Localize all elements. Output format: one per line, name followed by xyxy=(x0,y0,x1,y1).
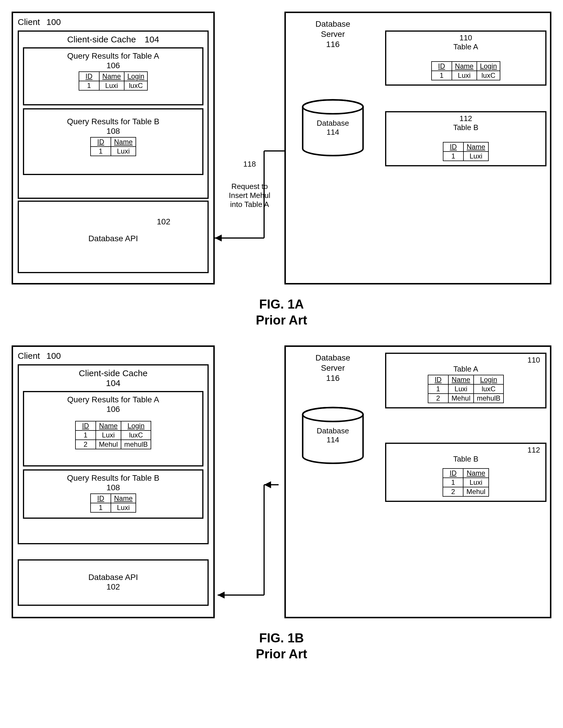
table-cell: Mehul xyxy=(463,487,488,496)
qa-title-b: Query Results for Table A xyxy=(26,394,200,405)
ta-table-b: IDNameLogin1LuxiluxC2MehulmehulB xyxy=(428,375,504,403)
request-text-1: Request to xyxy=(231,182,268,191)
request-num: 118 xyxy=(243,160,256,169)
table-cell: luxC xyxy=(121,430,151,440)
qb-table-b: IDName1Luxi xyxy=(90,493,136,513)
cache-num: 104 xyxy=(145,35,159,44)
figure-caption-a: FIG. 1A Prior Art xyxy=(12,296,551,328)
request-text-3: into Table A xyxy=(230,200,269,209)
tb-name: Table B xyxy=(389,123,542,132)
table-header: ID xyxy=(432,62,452,71)
table-cell: mehulB xyxy=(121,440,151,449)
cache-title: Client-side Cache xyxy=(67,35,136,44)
table-header: Name xyxy=(111,137,136,147)
api-title-b: Database API xyxy=(88,572,138,582)
client-title-b: Client xyxy=(18,351,40,361)
tb-table-b: IDName1Luxi2Mehul xyxy=(443,468,489,497)
table-row: 1LuxiluxC xyxy=(432,71,500,80)
srv-title1-b: Database xyxy=(315,353,350,362)
qa-num-b: 106 xyxy=(26,405,200,414)
figure-caption-b: FIG. 1B Prior Art xyxy=(12,630,551,662)
query-results-a-box: Query Results for Table A 106 IDNameLogi… xyxy=(23,47,203,105)
table-cell: Luxi xyxy=(463,152,488,161)
table-header: Login xyxy=(124,72,148,81)
qa-num: 106 xyxy=(26,61,200,70)
server-table-a-box-b: 110 Table A IDNameLogin1LuxiluxC2Mehulme… xyxy=(385,353,546,408)
gap-col-b xyxy=(223,345,276,424)
qb-title: Query Results for Table B xyxy=(26,116,200,127)
svg-marker-16 xyxy=(264,481,271,488)
db-num-b: 114 xyxy=(326,435,339,444)
db-title-b: Database xyxy=(317,426,349,435)
figure-1b: Client 100 Client-side Cache 104 Query R… xyxy=(12,345,551,662)
table-cell: mehulB xyxy=(474,394,504,403)
table-header: ID xyxy=(443,142,463,152)
table-cell: Mehul xyxy=(96,440,121,449)
table-row: 1LuxiluxC xyxy=(79,81,148,90)
table-cell: 1 xyxy=(443,152,463,161)
qb-title-b: Query Results for Table B xyxy=(26,473,200,483)
table-cell: 1 xyxy=(428,384,448,394)
client-num: 100 xyxy=(46,17,61,27)
cache-title-b: Client-side Cache xyxy=(79,368,148,378)
table-row: 1Luxi xyxy=(91,503,136,512)
table-cell: 1 xyxy=(91,503,111,512)
srv-title2: Server xyxy=(321,30,345,39)
qa-title: Query Results for Table A xyxy=(26,51,200,61)
table-header: Name xyxy=(111,494,136,503)
client-panel-b: Client 100 Client-side Cache 104 Query R… xyxy=(12,345,215,618)
qb-num: 108 xyxy=(26,127,200,136)
query-results-b-box: Query Results for Table B 108 IDName1Lux… xyxy=(23,108,203,175)
server-panel-b: Database Server 116 Database 11 xyxy=(284,345,551,618)
fig-b-cap1: FIG. 1B xyxy=(259,631,304,645)
db-title: Database xyxy=(317,119,349,128)
request-label-col: 118 Request to Insert Mehul into Table A xyxy=(223,12,276,209)
srv-num: 116 xyxy=(326,40,340,49)
client-num-b: 100 xyxy=(46,351,61,361)
table-header: Name xyxy=(452,62,477,71)
ta-name: Table A xyxy=(389,42,542,51)
table-cell: Luxi xyxy=(96,430,121,440)
query-results-b-box-b: Query Results for Table B 108 IDName1Lux… xyxy=(23,469,203,519)
table-cell: 1 xyxy=(432,71,452,80)
srv-title1: Database xyxy=(315,19,350,28)
table-row: 1LuxiluxC xyxy=(428,384,504,394)
fig-a-cap1: FIG. 1A xyxy=(259,297,304,311)
table-header: Name xyxy=(448,375,474,384)
table-header: Login xyxy=(474,375,504,384)
table-cell: 1 xyxy=(443,478,463,487)
qa-table: IDNameLogin1LuxiluxC xyxy=(79,71,148,91)
api-num: 102 xyxy=(157,217,205,226)
table-header: ID xyxy=(91,137,111,147)
tb-name-b: Table B xyxy=(389,455,542,464)
table-row: 2MehulmehulB xyxy=(75,440,151,449)
ta-name-b: Table A xyxy=(389,365,542,374)
table-cell: Luxi xyxy=(111,503,136,512)
table-header: Name xyxy=(99,72,124,81)
table-cell: Luxi xyxy=(111,147,136,156)
table-cell: Luxi xyxy=(99,81,124,90)
table-header: ID xyxy=(91,494,111,503)
table-row: 1Luxi xyxy=(443,478,488,487)
table-row: 1LuxiluxC xyxy=(75,430,151,440)
request-text-2: Insert Mehul xyxy=(229,191,270,200)
api-num-b: 102 xyxy=(107,582,120,592)
table-header: Login xyxy=(121,421,151,430)
client-panel-a: Client 100 Client-side Cache 104 Query R… xyxy=(12,12,215,284)
svg-marker-13 xyxy=(218,592,225,599)
client-title: Client xyxy=(18,17,40,27)
table-row: 2Mehul xyxy=(443,487,488,496)
qb-num-b: 108 xyxy=(26,483,200,492)
qa-table-b: IDNameLogin1LuxiluxC2MehulmehulB xyxy=(75,421,151,449)
table-cell: luxC xyxy=(474,384,504,394)
tb-table: IDName1Luxi xyxy=(443,142,489,161)
fig-b-cap2: Prior Art xyxy=(256,647,307,661)
svg-marker-1 xyxy=(215,235,222,242)
cache-num-b: 104 xyxy=(106,378,120,388)
client-cache-box-b: Client-side Cache 104 Query Results for … xyxy=(18,364,209,544)
table-header: Name xyxy=(463,468,488,478)
qb-table: IDName1Luxi xyxy=(90,137,136,156)
tb-num-b: 112 xyxy=(528,446,540,455)
database-api-box-b: Database API 102 xyxy=(18,559,209,606)
table-cell: 1 xyxy=(79,81,99,90)
